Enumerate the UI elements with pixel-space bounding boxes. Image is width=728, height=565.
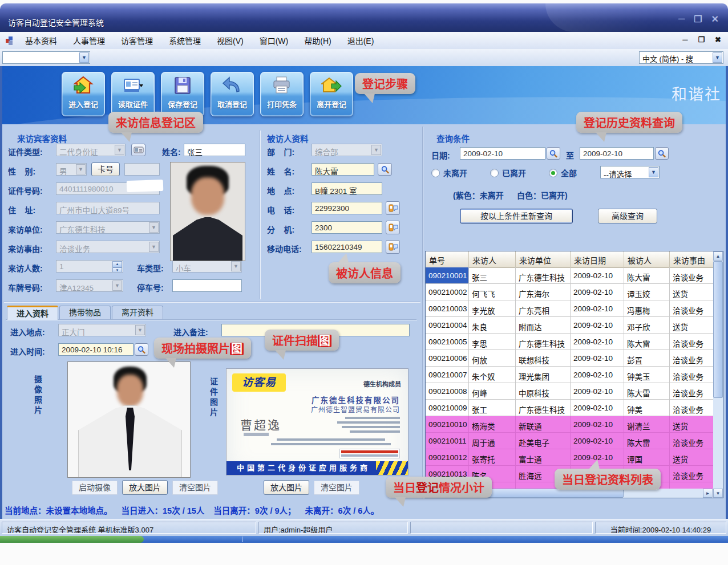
- table-cell[interactable]: 谭国: [624, 449, 670, 466]
- table-cell[interactable]: 2009-02-10: [571, 284, 624, 300]
- card-number-input[interactable]: [124, 163, 160, 176]
- table-cell[interactable]: 谭玉姣: [624, 284, 670, 300]
- reason-filter-select[interactable]: --请选择▼: [600, 166, 660, 178]
- menu-item[interactable]: 系统管理: [161, 35, 209, 46]
- scroll-right-icon[interactable]: ►: [703, 489, 713, 498]
- table-cell[interactable]: 090210007: [426, 367, 469, 383]
- tab-leave-info[interactable]: 离开资料: [112, 306, 163, 320]
- language-selector[interactable]: 中文 (简体) - 搜 ▼: [639, 51, 723, 64]
- table-cell[interactable]: 理光集团: [516, 367, 571, 383]
- table-cell[interactable]: 广东德生科技: [516, 400, 571, 416]
- table-cell[interactable]: 2009-02-10: [571, 267, 624, 284]
- radio-已离开[interactable]: 已离开: [490, 167, 526, 178]
- table-row[interactable]: 090210008何峰中原科技2009-02-10陈大雷洽谈业务: [426, 383, 714, 400]
- menu-item[interactable]: 帮助(H): [296, 35, 339, 46]
- table-cell[interactable]: 钟美玉: [624, 367, 670, 383]
- dept-combo[interactable]: 综合部▼: [312, 144, 382, 156]
- chevron-down-icon[interactable]: ▼: [79, 52, 89, 63]
- table-cell[interactable]: 联想科技: [516, 350, 571, 367]
- table-cell[interactable]: 中原科技: [516, 383, 571, 400]
- card-reader-button[interactable]: [131, 144, 145, 156]
- table-cell[interactable]: 2009-02-10: [571, 400, 624, 416]
- close-icon[interactable]: ✕: [711, 14, 719, 25]
- table-cell[interactable]: 洽谈业务: [670, 400, 714, 416]
- table-cell[interactable]: 朱良: [469, 317, 516, 334]
- table-cell[interactable]: 2009-02-10: [571, 433, 624, 449]
- plate-combo[interactable]: 津A12345▼: [56, 279, 123, 292]
- call-mobile-button[interactable]: [386, 240, 400, 254]
- date-to-input[interactable]: 2009-02-10: [580, 147, 654, 160]
- date-to-picker-button[interactable]: [655, 147, 669, 160]
- table-cell[interactable]: 广东德生科技: [516, 334, 571, 350]
- location-input[interactable]: B幢 2301 室: [312, 182, 382, 195]
- table-row[interactable]: 090210005李思广东德生科技2009-02-10陈大雷洽谈业务: [426, 334, 714, 350]
- table-cell[interactable]: 张寄托: [469, 449, 516, 466]
- table-row[interactable]: 090210001张三广东德生科技2009-02-10陈大雷洽谈业务: [426, 267, 714, 284]
- column-header-来访单位[interactable]: 来访单位: [516, 251, 571, 267]
- table-cell[interactable]: 富士通: [516, 449, 571, 466]
- gender-combo[interactable]: 男▼: [56, 163, 87, 176]
- requery-button[interactable]: 按以上条件重新查询: [460, 209, 573, 223]
- table-cell[interactable]: 洽谈业务: [670, 433, 714, 449]
- table-cell[interactable]: 谢清兰: [624, 416, 670, 433]
- tab-carried-items[interactable]: 携带物品: [59, 306, 111, 320]
- mdi-close-icon[interactable]: ✖: [715, 35, 721, 44]
- table-cell[interactable]: 洽谈业务: [670, 300, 714, 317]
- column-header-来访日期[interactable]: 来访日期: [571, 251, 624, 267]
- table-cell[interactable]: 邓子欣: [624, 317, 670, 334]
- table-cell[interactable]: 送货: [670, 449, 714, 466]
- table-cell[interactable]: 090210010: [426, 416, 469, 433]
- visit-reason-combo[interactable]: 洽谈业务▼: [56, 241, 160, 253]
- mdi-minimize-icon[interactable]: ─: [682, 35, 687, 44]
- entry-time-input[interactable]: 2009-02-10 10:16: [58, 343, 134, 356]
- table-row[interactable]: 090210004朱良附而达2009-02-10邓子欣送货: [426, 317, 714, 334]
- visitor-count-stepper[interactable]: 1▲▼: [56, 260, 123, 273]
- scroll-down-icon[interactable]: ▼: [713, 489, 723, 498]
- table-cell[interactable]: 洽谈业务: [670, 350, 714, 367]
- table-cell[interactable]: 冯惠梅: [624, 300, 670, 317]
- call-phone-button[interactable]: [386, 201, 400, 215]
- menu-item[interactable]: 人事管理: [65, 35, 113, 46]
- table-cell[interactable]: 洽谈业务: [670, 383, 714, 400]
- table-cell[interactable]: 090210003: [426, 300, 469, 317]
- table-cell[interactable]: 送货: [670, 284, 714, 300]
- column-header-被访人[interactable]: 被访人: [624, 251, 670, 267]
- mdi-restore-icon[interactable]: ❐: [698, 35, 705, 44]
- table-cell[interactable]: 广东德生科技: [516, 267, 571, 284]
- table-row[interactable]: 090210007朱个奴理光集团2009-02-10钟美玉洽谈业务: [426, 367, 714, 383]
- visitor-name-input[interactable]: 张三: [184, 144, 245, 156]
- advanced-query-button[interactable]: 高级查询: [598, 209, 657, 223]
- menu-item[interactable]: 基本资料: [17, 35, 65, 46]
- cert-type-combo[interactable]: 二代身份证▼: [56, 144, 126, 156]
- table-row[interactable]: 090210006何放联想科技2009-02-10彭置洽谈业务: [426, 350, 714, 367]
- table-cell[interactable]: 090210011: [426, 433, 469, 449]
- table-row[interactable]: 090210010杨海类新联通2009-02-10谢清兰送货: [426, 416, 714, 433]
- call-ext-button[interactable]: [386, 221, 400, 234]
- table-row[interactable]: 090210011周于通赴美电子2009-02-10陈大雷洽谈业务: [426, 433, 714, 449]
- table-cell[interactable]: 新联通: [516, 416, 571, 433]
- scroll-up-icon[interactable]: ▲: [713, 251, 723, 261]
- start-camera-button[interactable]: 启动摄像: [72, 481, 118, 495]
- car-type-combo[interactable]: 小车▼: [172, 260, 242, 273]
- mobile-input[interactable]: 15602210349: [312, 241, 382, 253]
- table-cell[interactable]: 何峰: [469, 383, 516, 400]
- table-cell[interactable]: 洽谈业务: [670, 482, 714, 489]
- phone-input[interactable]: 22992300: [312, 202, 382, 214]
- chevron-down-icon[interactable]: ▼: [713, 52, 722, 63]
- table-cell[interactable]: 广东亮相: [516, 300, 571, 317]
- table-cell[interactable]: 090210005: [426, 334, 469, 350]
- table-cell[interactable]: 洽谈业务: [670, 466, 714, 482]
- table-cell[interactable]: 090210006: [426, 350, 469, 367]
- column-header-来访事由[interactable]: 来访事由: [670, 251, 714, 267]
- clear-card-button[interactable]: 清空图片: [314, 481, 359, 495]
- card-number-button[interactable]: 卡号: [91, 162, 120, 176]
- table-cell[interactable]: 090210012: [426, 449, 469, 466]
- toolbar-button-保存登记[interactable]: 保存登记: [161, 72, 204, 116]
- menu-item[interactable]: 窗口(W): [252, 35, 297, 46]
- table-cell[interactable]: 090210001: [426, 267, 469, 284]
- table-cell[interactable]: 陈大雷: [624, 267, 670, 284]
- table-cell[interactable]: 附而达: [516, 317, 571, 334]
- table-cell[interactable]: 090210009: [426, 400, 469, 416]
- table-cell[interactable]: 090210002: [426, 284, 469, 300]
- table-cell[interactable]: 2009-02-10: [571, 350, 624, 367]
